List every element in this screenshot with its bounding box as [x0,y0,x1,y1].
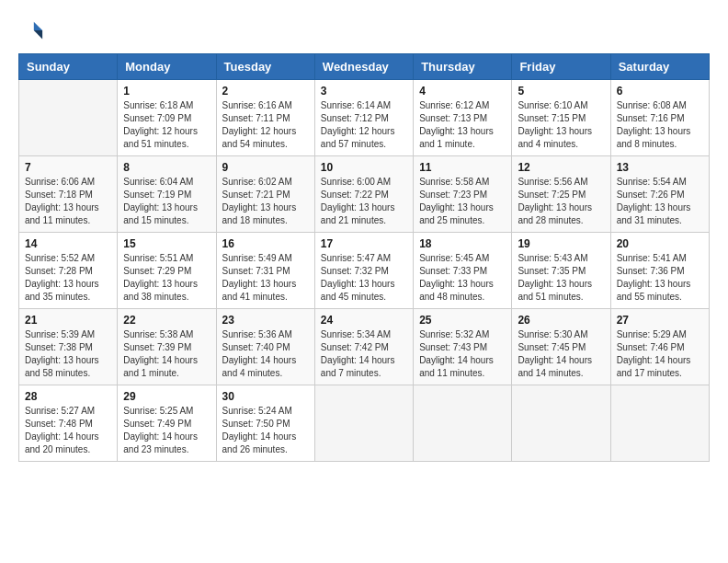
day-number: 15 [123,237,210,250]
calendar-cell: 8Sunrise: 6:04 AM Sunset: 7:19 PM Daylig… [118,156,216,233]
calendar-header-row: SundayMondayTuesdayWednesdayThursdayFrid… [19,54,710,80]
calendar-cell: 20Sunrise: 5:41 AM Sunset: 7:36 PM Dayli… [610,233,709,309]
day-number: 10 [321,161,407,174]
calendar-cell: 19Sunrise: 5:43 AM Sunset: 7:35 PM Dayli… [512,233,610,309]
calendar-header-friday: Friday [512,54,610,80]
calendar-cell [414,385,512,462]
day-number: 8 [123,161,210,174]
calendar-cell [314,385,413,462]
day-info: Sunrise: 5:25 AM Sunset: 7:49 PM Dayligh… [123,405,210,456]
day-number: 7 [25,161,111,174]
calendar-cell: 26Sunrise: 5:30 AM Sunset: 7:45 PM Dayli… [512,309,610,385]
day-info: Sunrise: 6:00 AM Sunset: 7:22 PM Dayligh… [321,176,407,227]
calendar-cell: 15Sunrise: 5:51 AM Sunset: 7:29 PM Dayli… [118,233,216,309]
calendar-header-thursday: Thursday [414,54,512,80]
day-info: Sunrise: 6:14 AM Sunset: 7:12 PM Dayligh… [321,99,407,151]
day-info: Sunrise: 5:43 AM Sunset: 7:35 PM Dayligh… [518,252,604,304]
day-info: Sunrise: 5:41 AM Sunset: 7:36 PM Dayligh… [617,252,703,304]
day-number: 5 [518,85,604,98]
day-number: 26 [518,314,604,327]
day-info: Sunrise: 5:32 AM Sunset: 7:43 PM Dayligh… [419,328,506,380]
day-number: 23 [222,314,309,327]
day-number: 22 [123,314,210,327]
day-number: 2 [222,85,309,98]
calendar-cell: 6Sunrise: 6:08 AM Sunset: 7:16 PM Daylig… [610,80,709,156]
day-info: Sunrise: 5:39 AM Sunset: 7:38 PM Dayligh… [25,328,111,380]
calendar-cell: 1Sunrise: 6:18 AM Sunset: 7:09 PM Daylig… [118,80,216,156]
day-info: Sunrise: 6:12 AM Sunset: 7:13 PM Dayligh… [419,99,506,151]
day-number: 28 [25,390,111,403]
calendar-week-row: 21Sunrise: 5:39 AM Sunset: 7:38 PM Dayli… [19,309,710,385]
calendar-header-monday: Monday [118,54,216,80]
day-info: Sunrise: 5:30 AM Sunset: 7:45 PM Dayligh… [518,328,604,380]
day-info: Sunrise: 5:54 AM Sunset: 7:26 PM Dayligh… [617,176,703,227]
logo-icon [18,18,44,44]
day-number: 6 [617,85,703,98]
day-info: Sunrise: 5:51 AM Sunset: 7:29 PM Dayligh… [123,252,210,304]
calendar-header-wednesday: Wednesday [314,54,413,80]
day-number: 29 [123,390,210,403]
logo [18,18,48,44]
day-info: Sunrise: 5:29 AM Sunset: 7:46 PM Dayligh… [617,328,703,380]
calendar-cell [512,385,610,462]
day-info: Sunrise: 5:38 AM Sunset: 7:39 PM Dayligh… [123,328,210,380]
calendar-cell: 22Sunrise: 5:38 AM Sunset: 7:39 PM Dayli… [118,309,216,385]
calendar-cell: 25Sunrise: 5:32 AM Sunset: 7:43 PM Dayli… [414,309,512,385]
day-number: 3 [321,85,407,98]
day-number: 4 [419,85,506,98]
day-number: 13 [617,161,703,174]
calendar-header-tuesday: Tuesday [216,54,314,80]
svg-marker-1 [34,30,42,39]
day-info: Sunrise: 5:24 AM Sunset: 7:50 PM Dayligh… [222,405,309,456]
calendar-cell: 9Sunrise: 6:02 AM Sunset: 7:21 PM Daylig… [216,156,314,233]
day-info: Sunrise: 6:02 AM Sunset: 7:21 PM Dayligh… [222,176,309,227]
calendar-cell [610,385,709,462]
day-number: 1 [123,85,210,98]
calendar-cell: 28Sunrise: 5:27 AM Sunset: 7:48 PM Dayli… [19,385,118,462]
calendar-cell: 18Sunrise: 5:45 AM Sunset: 7:33 PM Dayli… [414,233,512,309]
calendar-week-row: 28Sunrise: 5:27 AM Sunset: 7:48 PM Dayli… [19,385,710,462]
calendar-cell: 10Sunrise: 6:00 AM Sunset: 7:22 PM Dayli… [314,156,413,233]
day-info: Sunrise: 5:49 AM Sunset: 7:31 PM Dayligh… [222,252,309,304]
calendar-week-row: 7Sunrise: 6:06 AM Sunset: 7:18 PM Daylig… [19,156,710,233]
day-number: 9 [222,161,309,174]
calendar-header-saturday: Saturday [610,54,709,80]
calendar-cell: 3Sunrise: 6:14 AM Sunset: 7:12 PM Daylig… [314,80,413,156]
day-number: 17 [321,237,407,250]
calendar-cell: 11Sunrise: 5:58 AM Sunset: 7:23 PM Dayli… [414,156,512,233]
day-info: Sunrise: 5:52 AM Sunset: 7:28 PM Dayligh… [25,252,111,304]
day-info: Sunrise: 5:36 AM Sunset: 7:40 PM Dayligh… [222,328,309,380]
day-number: 24 [321,314,407,327]
calendar-cell: 23Sunrise: 5:36 AM Sunset: 7:40 PM Dayli… [216,309,314,385]
calendar-cell: 14Sunrise: 5:52 AM Sunset: 7:28 PM Dayli… [19,233,118,309]
day-number: 14 [25,237,111,250]
day-number: 21 [25,314,111,327]
day-number: 27 [617,314,703,327]
calendar-header-sunday: Sunday [19,54,118,80]
calendar-cell: 7Sunrise: 6:06 AM Sunset: 7:18 PM Daylig… [19,156,118,233]
page-header [18,18,710,44]
day-number: 16 [222,237,309,250]
day-number: 19 [518,237,604,250]
calendar-cell: 12Sunrise: 5:56 AM Sunset: 7:25 PM Dayli… [512,156,610,233]
calendar-cell: 17Sunrise: 5:47 AM Sunset: 7:32 PM Dayli… [314,233,413,309]
calendar-cell: 27Sunrise: 5:29 AM Sunset: 7:46 PM Dayli… [610,309,709,385]
day-info: Sunrise: 6:06 AM Sunset: 7:18 PM Dayligh… [25,176,111,227]
day-info: Sunrise: 6:04 AM Sunset: 7:19 PM Dayligh… [123,176,210,227]
calendar-week-row: 14Sunrise: 5:52 AM Sunset: 7:28 PM Dayli… [19,233,710,309]
calendar-cell: 24Sunrise: 5:34 AM Sunset: 7:42 PM Dayli… [314,309,413,385]
calendar-cell: 5Sunrise: 6:10 AM Sunset: 7:15 PM Daylig… [512,80,610,156]
svg-marker-0 [34,22,42,30]
calendar-table: SundayMondayTuesdayWednesdayThursdayFrid… [18,53,710,462]
day-number: 11 [419,161,506,174]
calendar-cell [19,80,118,156]
calendar-cell: 13Sunrise: 5:54 AM Sunset: 7:26 PM Dayli… [610,156,709,233]
day-info: Sunrise: 6:16 AM Sunset: 7:11 PM Dayligh… [222,99,309,151]
calendar-cell: 29Sunrise: 5:25 AM Sunset: 7:49 PM Dayli… [118,385,216,462]
calendar-cell: 30Sunrise: 5:24 AM Sunset: 7:50 PM Dayli… [216,385,314,462]
day-number: 18 [419,237,506,250]
day-info: Sunrise: 6:08 AM Sunset: 7:16 PM Dayligh… [617,99,703,151]
day-number: 12 [518,161,604,174]
day-info: Sunrise: 5:27 AM Sunset: 7:48 PM Dayligh… [25,405,111,456]
calendar-cell: 16Sunrise: 5:49 AM Sunset: 7:31 PM Dayli… [216,233,314,309]
